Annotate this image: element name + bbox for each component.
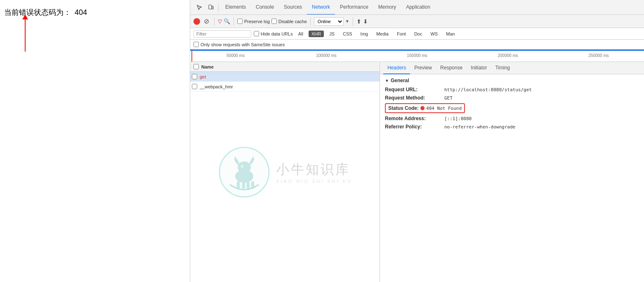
- throttle-select[interactable]: Online Fast 3G Slow 3G Offline: [314, 17, 344, 26]
- timeline-200k: 200000 ms: [462, 53, 553, 58]
- disable-cache-checkbox[interactable]: [271, 19, 277, 24]
- request-list-panel: 小牛知识库 XIAO NIU ZHI SHI KU Name get __w: [190, 62, 380, 282]
- status-code-label: Status Code:: [388, 105, 419, 111]
- status-dot-icon: [420, 106, 425, 110]
- tab-sources[interactable]: Sources: [279, 0, 307, 15]
- detail-tab-timing[interactable]: Timing: [491, 62, 514, 74]
- timeline-labels: 50000 ms 100000 ms 150000 ms 200000 ms 2…: [190, 53, 644, 58]
- detail-tab-headers[interactable]: Headers: [383, 62, 410, 74]
- referrer-policy-row: Referrer Policy: no-referrer-when-downgr…: [385, 124, 639, 130]
- error-label: 当前错误状态码为：: [4, 8, 71, 17]
- request-checkbox-webpack[interactable]: [192, 84, 197, 89]
- throttle-arrow: ▼: [345, 19, 349, 24]
- status-code-row: Status Code: 404 Not Found: [385, 103, 465, 113]
- filter-css[interactable]: CSS: [340, 31, 355, 37]
- filter-xhr[interactable]: XHR: [309, 31, 324, 37]
- devtools-main-content: 小牛知识库 XIAO NIU ZHI SHI KU Name get __w: [190, 62, 644, 282]
- name-column-header: Name: [201, 64, 284, 69]
- filter-img[interactable]: Img: [358, 31, 371, 37]
- timeline-cursor: [191, 50, 192, 62]
- devtools-panel: Elements Console Sources Network Perform…: [190, 0, 644, 282]
- remote-address-row: Remote Address: [::1]:8080: [385, 116, 639, 121]
- filter-all[interactable]: All: [295, 31, 306, 37]
- details-body: General Request URL: http://localhost:80…: [380, 74, 644, 282]
- tab-network[interactable]: Network: [307, 0, 335, 15]
- network-toolbar: ⊘ ▽ 🔍 Preserve log Disable cache Online …: [190, 15, 644, 28]
- request-method-row: Request Method: GET: [385, 95, 639, 101]
- download-icon: ⬇: [363, 18, 368, 25]
- error-arrow: [25, 19, 26, 52]
- request-list-body: get __webpack_hmr: [190, 72, 380, 282]
- device-toggle-icon[interactable]: [205, 2, 217, 13]
- details-panel: Headers Preview Response Initiator Timin…: [380, 62, 644, 282]
- request-row-get[interactable]: get: [190, 72, 380, 82]
- request-url-label: Request URL:: [385, 87, 443, 92]
- tab-performance[interactable]: Performance: [335, 0, 373, 15]
- filter-man[interactable]: Man: [443, 31, 458, 37]
- filter-js[interactable]: JS: [326, 31, 337, 37]
- svg-rect-0: [209, 5, 212, 9]
- timeline-100k: 100000 ms: [281, 53, 372, 58]
- error-code: 404: [75, 8, 87, 17]
- filter-ws[interactable]: WS: [427, 31, 441, 37]
- upload-icon: ⬆: [356, 18, 361, 25]
- hide-data-urls-label[interactable]: Hide data URLs: [254, 31, 293, 36]
- detail-tab-response[interactable]: Response: [436, 62, 467, 74]
- filter-icon-button[interactable]: ▽: [218, 18, 222, 24]
- details-tabs: Headers Preview Response Initiator Timin…: [380, 62, 644, 74]
- toolbar-sep-2: [234, 17, 234, 26]
- timeline-250k: 250000 ms: [553, 53, 644, 58]
- remote-address-label: Remote Address:: [385, 116, 443, 121]
- tab-application[interactable]: Application: [401, 0, 435, 15]
- disable-cache-label[interactable]: Disable cache: [271, 19, 307, 24]
- tab-divider: [218, 3, 219, 12]
- request-url-row: Request URL: http://localhost:8080/statu…: [385, 87, 639, 92]
- tab-memory[interactable]: Memory: [373, 0, 401, 15]
- filter-input[interactable]: [193, 30, 251, 38]
- detail-tab-preview[interactable]: Preview: [410, 62, 436, 74]
- detail-tab-initiator[interactable]: Initiator: [467, 62, 491, 74]
- timeline-bar: [190, 50, 644, 51]
- request-row-webpack[interactable]: __webpack_hmr: [190, 82, 380, 92]
- request-checkbox-get[interactable]: [192, 74, 197, 79]
- select-all-checkbox[interactable]: [193, 64, 199, 69]
- tab-console[interactable]: Console: [251, 0, 279, 15]
- clear-button[interactable]: ⊘: [202, 17, 211, 26]
- search-button[interactable]: 🔍: [224, 18, 230, 24]
- page-content: 当前错误状态码为： 404: [0, 0, 190, 282]
- hide-data-urls-checkbox[interactable]: [254, 31, 259, 36]
- filter-doc[interactable]: Doc: [411, 31, 425, 37]
- status-code-value: 404 Not Found: [426, 106, 462, 111]
- request-list-header: Name: [190, 62, 380, 72]
- general-section-header: General: [385, 78, 639, 83]
- samesite-label[interactable]: Only show requests with SameSite issues: [193, 42, 285, 47]
- toolbar-sep-4: [353, 17, 353, 26]
- timeline-row: 50000 ms 100000 ms 150000 ms 200000 ms 2…: [190, 50, 644, 62]
- request-method-label: Request Method:: [385, 95, 443, 101]
- samesite-checkbox[interactable]: [193, 42, 199, 47]
- referrer-policy-label: Referrer Policy:: [385, 124, 443, 130]
- error-message: 当前错误状态码为： 404: [4, 7, 87, 17]
- request-url-value: http://localhost:8080/status/get: [444, 87, 532, 92]
- samesite-row: Only show requests with SameSite issues: [190, 40, 644, 50]
- request-name-get: get: [200, 74, 206, 79]
- referrer-policy-value: no-referrer-when-downgrade: [444, 124, 515, 130]
- filter-row: Hide data URLs All XHR JS CSS Img Media …: [190, 28, 644, 40]
- timeline-150k: 150000 ms: [372, 53, 462, 58]
- request-name-webpack: __webpack_hmr: [200, 84, 233, 89]
- svg-rect-1: [212, 6, 213, 9]
- remote-address-value: [::1]:8080: [444, 116, 472, 121]
- tab-elements[interactable]: Elements: [220, 0, 251, 15]
- toolbar-sep-3: [310, 17, 311, 26]
- inspect-icon[interactable]: [193, 2, 205, 13]
- preserve-log-label[interactable]: Preserve log: [237, 19, 270, 24]
- devtools-tabs-bar: Elements Console Sources Network Perform…: [190, 0, 644, 15]
- toolbar-sep-1: [214, 17, 215, 26]
- filter-media[interactable]: Media: [373, 31, 392, 37]
- timeline-50k: 50000 ms: [190, 53, 281, 58]
- request-method-value: GET: [444, 95, 453, 101]
- filter-font[interactable]: Font: [394, 31, 409, 37]
- preserve-log-checkbox[interactable]: [237, 19, 243, 24]
- record-button[interactable]: [193, 18, 200, 25]
